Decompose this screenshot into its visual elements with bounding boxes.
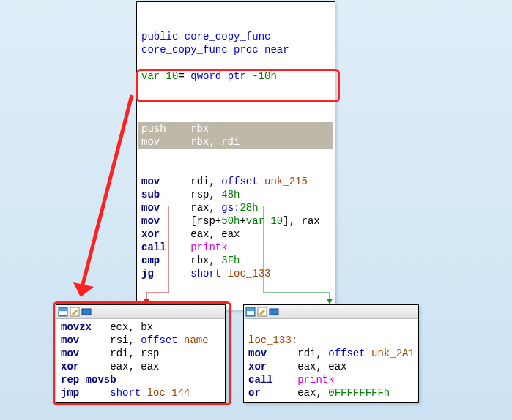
code-block-right: loc_133:mov rdi, offset unk_2A1xor eax, … — [244, 319, 418, 402]
svg-rect-5 — [247, 311, 254, 315]
tag-icon — [269, 307, 279, 317]
asm-lines: mov rdi, offset unk_215sub rsp, 48hmov r… — [141, 175, 330, 280]
svg-line-10 — [81, 95, 132, 293]
asm-lines: public core_copy_funccore_copy_func proc… — [141, 30, 330, 96]
graph-node-top[interactable]: public core_copy_funccore_copy_func proc… — [136, 1, 335, 310]
window-icon — [245, 307, 256, 317]
node-titlebar — [244, 305, 418, 319]
svg-rect-3 — [82, 309, 91, 315]
svg-rect-7 — [270, 309, 278, 315]
svg-marker-11 — [73, 282, 94, 297]
tag-icon — [81, 307, 92, 317]
code-block-top: public core_copy_funccore_copy_func proc… — [137, 2, 335, 310]
window-icon — [58, 307, 68, 317]
edit-icon — [257, 307, 267, 317]
code-block-left: movzx ecx, bxmov rsi, offset namemov rdi… — [56, 319, 225, 402]
selected-lines: push rbxmov rbx, rdi — [138, 122, 333, 149]
node-titlebar — [56, 305, 225, 319]
graph-node-right[interactable]: loc_133:mov rdi, offset unk_2A1xor eax, … — [243, 304, 419, 403]
svg-rect-1 — [59, 311, 67, 315]
graph-node-left[interactable]: movzx ecx, bxmov rsi, offset namemov rdi… — [56, 304, 226, 403]
edit-icon — [70, 307, 80, 317]
